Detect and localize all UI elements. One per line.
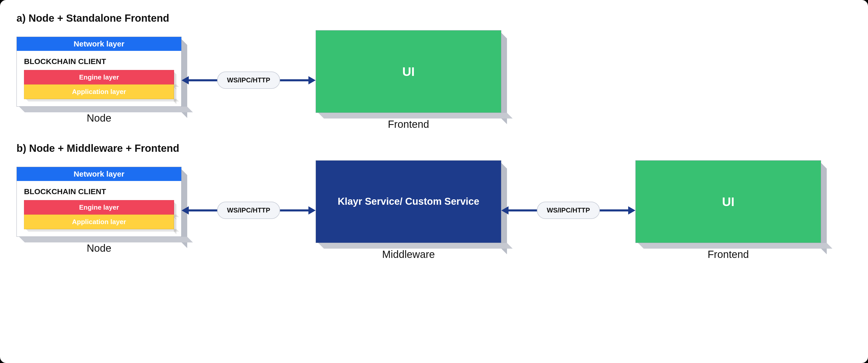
ui-label-b: UI (636, 160, 821, 243)
connector-label-a: WS/IPC/HTTP (217, 72, 280, 89)
middleware-column: Klayr Service/ Custom Service Middleware (316, 160, 501, 260)
network-layer-a: Network layer (17, 37, 181, 51)
ui-label-a: UI (316, 30, 501, 113)
connector-b-left: WS/IPC/HTTP (182, 200, 316, 221)
node-column-a: Network layer BLOCKCHAIN CLIENT Engine l… (17, 37, 182, 124)
connector-label-b-left: WS/IPC/HTTP (217, 202, 280, 219)
arrow-right-icon (308, 76, 316, 84)
node-block-a: Network layer BLOCKCHAIN CLIENT Engine l… (17, 37, 182, 107)
section-a-row: Network layer BLOCKCHAIN CLIENT Engine l… (17, 30, 851, 130)
blockchain-client-title-b: BLOCKCHAIN CLIENT (24, 187, 174, 196)
application-layer-b: Application layer (24, 215, 174, 229)
blockchain-client-title-a: BLOCKCHAIN CLIENT (24, 57, 174, 66)
node-column-b: Network layer BLOCKCHAIN CLIENT Engine l… (17, 167, 182, 254)
connector-b-right: WS/IPC/HTTP (501, 200, 636, 221)
middleware-label: Klayr Service/ Custom Service (316, 160, 501, 243)
application-layer-a: Application layer (24, 84, 174, 99)
frontend-caption-a: Frontend (388, 118, 429, 130)
middleware-caption: Middleware (382, 249, 435, 260)
network-layer-b: Network layer (17, 167, 181, 181)
section-b: b) Node + Middleware + Frontend Network … (17, 142, 851, 260)
engine-layer-a: Engine layer (24, 70, 174, 85)
arrow-left-icon (501, 206, 508, 215)
node-block-b: Network layer BLOCKCHAIN CLIENT Engine l… (17, 167, 182, 237)
connector-a: WS/IPC/HTTP (182, 70, 316, 91)
arrow-right-icon (628, 206, 636, 215)
architecture-diagram: a) Node + Standalone Frontend Network la… (0, 0, 868, 363)
arrow-left-icon (182, 206, 189, 215)
node-caption-b: Node (87, 243, 112, 254)
node-caption-a: Node (87, 112, 112, 124)
frontend-column-a: UI Frontend (316, 30, 501, 130)
frontend-column-b: UI Frontend (636, 160, 821, 260)
arrow-right-icon (308, 206, 316, 215)
ui-block-b: UI (636, 160, 821, 243)
section-a: a) Node + Standalone Frontend Network la… (17, 12, 851, 130)
middleware-block: Klayr Service/ Custom Service (316, 160, 501, 243)
arrow-left-icon (182, 76, 189, 84)
connector-label-b-right: WS/IPC/HTTP (537, 202, 600, 219)
frontend-caption-b: Frontend (708, 249, 749, 260)
engine-layer-b: Engine layer (24, 200, 174, 215)
section-b-row: Network layer BLOCKCHAIN CLIENT Engine l… (17, 160, 851, 260)
section-a-title: a) Node + Standalone Frontend (17, 12, 851, 24)
ui-block-a: UI (316, 30, 501, 113)
section-b-title: b) Node + Middleware + Frontend (17, 142, 851, 154)
